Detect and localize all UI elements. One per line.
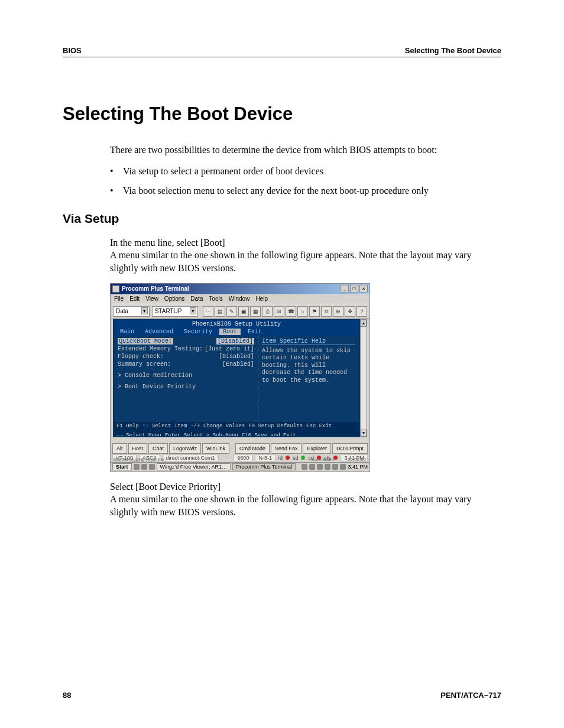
step-instruction: Select [Boot Device Priority]	[110, 480, 501, 493]
step-note: A menu similar to the one shown in the f…	[110, 249, 501, 274]
footkey: ←→ Select Menu	[116, 433, 161, 437]
status-button[interactable]: Host	[128, 443, 148, 454]
tray-icon[interactable]	[309, 464, 315, 470]
menu-tools[interactable]: Tools	[209, 295, 222, 302]
menubar: File Edit View Options Data Tools Window…	[111, 294, 369, 304]
menu-view[interactable]: View	[145, 295, 158, 302]
option-value: [Disabled]	[219, 353, 254, 360]
status-button[interactable]: DOS Prmpt	[332, 443, 368, 454]
toolbar-icon[interactable]: ❖	[345, 306, 355, 317]
script-combo[interactable]: STARTUP	[152, 306, 198, 317]
tray-icon[interactable]	[332, 464, 338, 470]
led-label: sd	[293, 455, 299, 461]
toolbar-icon[interactable]: ⛭	[321, 306, 332, 317]
footkey: F1 Help	[116, 423, 139, 429]
mode-combo[interactable]: Data	[113, 306, 150, 317]
bios-option-row[interactable]: Floppy check: [Disabled]	[118, 353, 254, 360]
bios-help-pane: Item Specific Help Allows the system to …	[258, 336, 359, 422]
doc-id: PENT/ATCA−717	[440, 691, 501, 700]
toolbar-icon[interactable]: ✎	[226, 306, 237, 317]
header-right: Selecting The Boot Device	[405, 46, 501, 55]
toolbar-icon[interactable]: ⊕	[333, 306, 343, 317]
scroll-up-icon[interactable]: ▲	[361, 320, 367, 327]
terminal-area: PhoenixBIOS Setup Utility Main Advanced …	[113, 319, 360, 437]
quicklaunch-icon[interactable]	[149, 464, 155, 470]
menu-data[interactable]: Data	[190, 295, 203, 302]
toolbar-icon[interactable]: ⚑	[309, 306, 320, 317]
toolbar-icon[interactable]: ▣	[238, 306, 249, 317]
toolbar-icon[interactable]: ▦	[250, 306, 261, 317]
toolbar-icon[interactable]: ⎙	[262, 306, 273, 317]
option-value: [Just zero it]	[205, 346, 254, 352]
status-button[interactable]: LogonWiz	[169, 443, 201, 454]
help-body: Allows the system to skip certain tests …	[262, 347, 355, 385]
toolbar-icon[interactable]: ⌂	[297, 306, 308, 317]
led-label: rd	[278, 455, 283, 461]
footkey: Enter Select > Sub-Menu	[165, 433, 238, 437]
footkey: F10 Save and Exit	[242, 433, 296, 437]
bios-option-row[interactable]: Summary screen: [Enabled]	[118, 361, 254, 368]
tab-main[interactable]: Main	[116, 329, 138, 335]
tray-icon[interactable]	[340, 464, 346, 470]
status-button[interactable]: Send Fax	[271, 443, 302, 454]
section-heading-via-setup: Via Setup	[63, 212, 501, 226]
close-button[interactable]: ×	[359, 285, 368, 292]
toolbar-icon[interactable]: ✉	[274, 306, 284, 317]
bullet-item: Via boot selection menu to select any de…	[110, 184, 501, 197]
bios-tabs: Main Advanced Security Boot Exit	[114, 328, 359, 336]
bios-footer-keys: F1 Help ↑↓ Select Item -/+ Change Values…	[114, 422, 359, 437]
toolbar-icon[interactable]: ⋯	[203, 306, 213, 317]
option-label: Floppy check:	[118, 353, 164, 360]
menu-file[interactable]: File	[114, 295, 124, 302]
maximize-button[interactable]: □	[350, 285, 358, 292]
bios-option-row[interactable]: QuickBoot Mode: [Disabled]	[118, 338, 254, 344]
toolbar: Data STARTUP ⋯ ▤ ✎ ▣ ▦ ⎙ ✉ ☎ ⌂ ⚑ ⛭	[111, 304, 369, 319]
footkey: Esc Exit	[306, 423, 332, 429]
quicklaunch-icon[interactable]	[134, 464, 140, 470]
bios-screenshot: Procomm Plus Terminal _ □ × File Edit Vi…	[110, 283, 370, 472]
tab-boot[interactable]: Boot	[219, 329, 241, 335]
taskbar-task[interactable]: Procomm Plus Terminal	[232, 463, 296, 470]
menu-edit[interactable]: Edit	[129, 295, 140, 302]
app-icon	[112, 285, 119, 292]
bios-submenu[interactable]: > Boot Device Priority	[118, 384, 254, 390]
header-left: BIOS	[63, 46, 82, 55]
bios-left-pane: QuickBoot Mode: [Disabled] Extended Memo…	[114, 336, 258, 422]
minimize-button[interactable]: _	[341, 285, 349, 292]
status-button[interactable]: Explorer	[303, 443, 331, 454]
bios-submenu[interactable]: > Console Redirection	[118, 372, 254, 379]
bios-option-row[interactable]: Extended Memory Testing: [Just zero it]	[118, 346, 254, 352]
toolbar-icon[interactable]: ☎	[286, 306, 296, 317]
step-instruction: In the menu line, select [Boot]	[110, 236, 501, 249]
toolbar-icon[interactable]: ?	[356, 306, 367, 317]
tab-exit[interactable]: Exit	[244, 329, 265, 335]
option-label: Summary screen:	[118, 361, 171, 368]
tab-advanced[interactable]: Advanced	[141, 329, 177, 335]
tray-icon[interactable]	[325, 464, 330, 470]
terminal-scrollbar[interactable]: ▲ ▼	[360, 319, 367, 437]
toolbar-icon[interactable]: ▤	[215, 306, 225, 317]
option-label: QuickBoot Mode:	[118, 338, 173, 344]
quicklaunch-icon[interactable]	[141, 464, 147, 470]
status-logging-text: Started logging to printer.	[113, 457, 166, 462]
menu-window[interactable]: Window	[229, 295, 250, 302]
tab-security[interactable]: Security	[180, 329, 216, 335]
window-titlebar: Procomm Plus Terminal _ □ ×	[111, 284, 369, 294]
windows-taskbar: Start Wingz'd Free Viewer; AR1… Procomm …	[111, 462, 369, 472]
footkey: -/+ Change Values	[190, 423, 245, 429]
menu-help[interactable]: Help	[255, 295, 268, 302]
start-button[interactable]: Start	[112, 463, 132, 470]
scroll-down-icon[interactable]: ▼	[361, 430, 367, 437]
status-button[interactable]: Cmd Mode	[235, 443, 270, 454]
bullet-list: Via setup to select a permanent order of…	[110, 165, 501, 197]
tray-icon[interactable]	[317, 464, 323, 470]
tray-icon[interactable]	[302, 464, 307, 470]
taskbar-task[interactable]: Wingz'd Free Viewer; AR1…	[157, 463, 231, 470]
menu-options[interactable]: Options	[164, 295, 184, 302]
status-button[interactable]: WinLink	[202, 443, 229, 454]
page-title: Selecting The Boot Device	[63, 103, 501, 125]
option-label: Extended Memory Testing:	[118, 346, 203, 352]
led-icon	[301, 456, 305, 460]
status-button[interactable]: Chat	[148, 443, 168, 454]
status-button[interactable]: Alt	[112, 443, 127, 454]
